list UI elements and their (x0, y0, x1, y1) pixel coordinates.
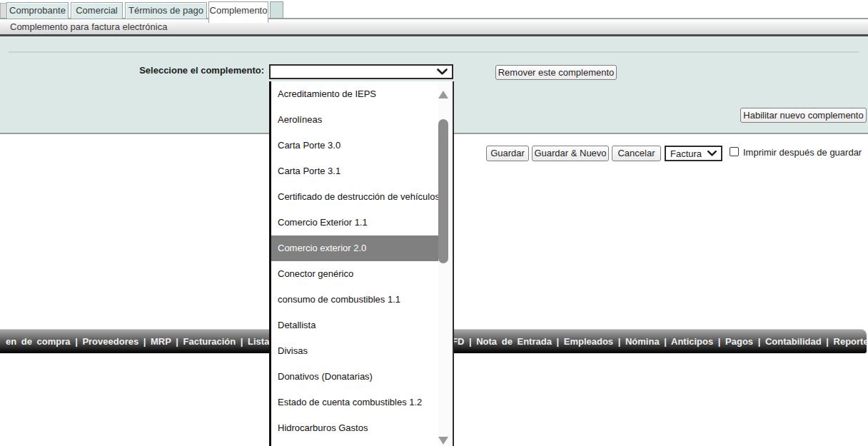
complement-select-label: Seleccione el complemento: (107, 65, 264, 76)
dropdown-option[interactable]: Hidrocarburos Gastos (271, 415, 453, 441)
bottom-nav-right-items[interactable]: FD | Nota de Entrada | Empleados | Nómin… (452, 336, 868, 347)
dropdown-options: Acreditamiento de IEPSAerolíneasCarta Po… (271, 81, 453, 441)
scrollbar-thumb[interactable] (438, 119, 448, 263)
chevron-down-icon (707, 151, 717, 156)
app-window: Comprobante Comercial Términos de pago C… (0, 0, 868, 446)
dropdown-option[interactable]: Aerolíneas (271, 107, 453, 133)
dropdown-option[interactable]: Detallista (271, 313, 453, 338)
complement-select[interactable] (269, 64, 453, 79)
dropdown-scrollbar[interactable] (438, 81, 451, 446)
dropdown-option[interactable]: Divisas (271, 338, 453, 364)
scroll-up-icon[interactable] (438, 91, 448, 98)
tab-strip-left-edge (0, 3, 6, 19)
dropdown-option[interactable]: Certificado de destrucción de vehículos (271, 184, 453, 210)
dropdown-option[interactable]: Donativos (Donatarias) (271, 364, 453, 390)
tab-strip: Comprobante Comercial Términos de pago C… (0, 0, 868, 19)
enable-new-complement-button[interactable]: Habilitar nuevo complemento (740, 108, 867, 123)
print-after-save-checkbox[interactable] (730, 147, 739, 156)
save-button[interactable]: Guardar (486, 146, 529, 161)
dropdown-option[interactable]: Carta Porte 3.1 (271, 158, 453, 184)
tab-label: Comercial (76, 5, 118, 16)
panel-divider (9, 51, 859, 53)
chevron-down-icon (437, 69, 448, 75)
tab-comprobante[interactable]: Comprobante (6, 2, 69, 19)
dropdown-option[interactable]: Carta Porte 3.0 (271, 133, 453, 158)
subtitle-bar: Complemento para factura electrónica (0, 19, 868, 34)
dropdown-option[interactable]: Acreditamiento de IEPS (271, 81, 453, 107)
tab-label: Complemento (210, 5, 268, 16)
tab-terminos-de-pago[interactable]: Términos de pago (125, 2, 207, 19)
document-type-select[interactable]: Factura (665, 146, 722, 161)
tab-label: Comprobante (9, 5, 66, 16)
dropdown-option[interactable]: consumo de combustibles 1.1 (271, 287, 453, 313)
dropdown-option[interactable]: Estado de cuenta combustibles 1.2 (271, 390, 453, 415)
complement-dropdown-list: Acreditamiento de IEPSAerolíneasCarta Po… (269, 81, 454, 446)
page-title: Complemento para factura electrónica (10, 21, 167, 32)
document-type-value: Factura (670, 148, 702, 159)
dropdown-option[interactable]: Comercio exterior 2.0 (271, 235, 440, 261)
dropdown-option[interactable]: Conector genérico (271, 261, 453, 287)
tab-next-partial[interactable] (270, 1, 283, 19)
save-and-new-button[interactable]: Guardar & Nuevo (532, 146, 609, 161)
remove-complement-button[interactable]: Remover este complemento (495, 65, 617, 80)
tab-label: Términos de pago (128, 5, 203, 16)
dropdown-option[interactable]: Comercio Exterior 1.1 (271, 210, 453, 235)
scroll-down-icon[interactable] (438, 437, 448, 445)
tab-complemento[interactable]: Complemento (208, 1, 268, 23)
tab-comercial[interactable]: Comercial (71, 2, 123, 19)
cancel-button[interactable]: Cancelar (612, 146, 661, 161)
print-after-save-label: Imprimir después de guardar (743, 147, 862, 158)
